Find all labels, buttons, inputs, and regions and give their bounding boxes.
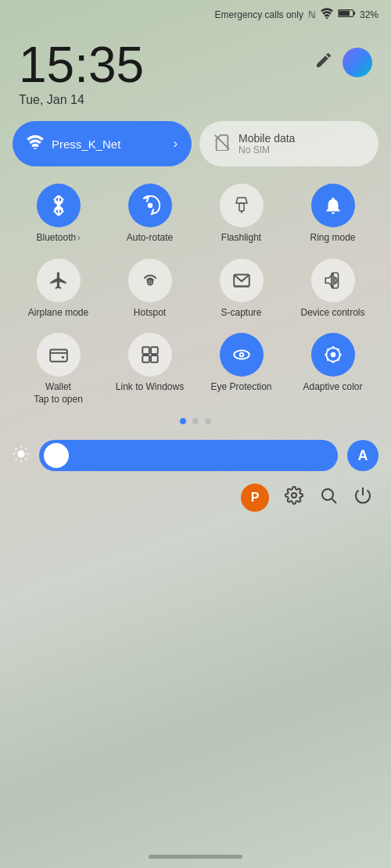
- autorotate-toggle[interactable]: Auto-rotate: [104, 176, 196, 251]
- wifi-status-icon: [321, 8, 333, 21]
- svg-line-29: [327, 349, 328, 351]
- eyeprotection-toggle[interactable]: Eye Protection: [196, 325, 287, 412]
- svg-line-31: [327, 359, 328, 361]
- svg-rect-17: [151, 347, 158, 354]
- clock: 15:35: [19, 40, 144, 90]
- wifi-name: Press_K_Net: [52, 138, 166, 151]
- svg-rect-7: [239, 203, 244, 211]
- search-icon[interactable]: [319, 486, 338, 509]
- svg-line-5: [215, 134, 229, 148]
- autorotate-circle: [128, 184, 172, 227]
- time-section: 15:35 Tue, Jan 14: [0, 24, 391, 115]
- svg-line-44: [332, 499, 337, 504]
- eyeprotection-label: Eye Protection: [210, 381, 271, 394]
- dot-1: [180, 418, 186, 424]
- adaptivecolor-label: Adaptive color: [303, 381, 362, 394]
- svg-point-0: [326, 17, 328, 19]
- autorotate-label: Auto-rotate: [127, 232, 173, 245]
- eyeprotection-circle: [220, 333, 264, 377]
- airplane-toggle[interactable]: Airplane mode: [13, 251, 104, 326]
- brightness-sun-icon: [13, 445, 30, 466]
- brightness-thumb: [44, 443, 69, 468]
- svg-point-10: [149, 280, 151, 283]
- app-icon[interactable]: [343, 48, 372, 77]
- scapture-circle: [220, 259, 264, 302]
- devicecontrols-toggle[interactable]: Device controls: [287, 251, 378, 326]
- brightness-row: A: [0, 440, 391, 471]
- dot-3: [205, 418, 211, 424]
- edit-icon[interactable]: [314, 51, 333, 74]
- linktowindows-toggle[interactable]: Link to Windows: [104, 325, 196, 412]
- airplane-label: Airplane mode: [28, 307, 88, 320]
- settings-icon[interactable]: [285, 486, 303, 509]
- adaptivecolor-circle: [311, 333, 355, 377]
- home-indicator[interactable]: [149, 855, 242, 859]
- svg-point-6: [147, 203, 152, 209]
- scapture-toggle[interactable]: S-capture: [196, 251, 287, 326]
- svg-line-38: [16, 448, 16, 449]
- auto-brightness-button[interactable]: A: [347, 440, 378, 471]
- bluetooth-toggle[interactable]: Bluetooth ›: [13, 176, 104, 251]
- page-dots: [13, 418, 378, 424]
- ringmode-circle: [311, 184, 355, 227]
- adaptivecolor-toggle[interactable]: Adaptive color: [287, 325, 378, 412]
- battery-percent: 32%: [360, 9, 378, 20]
- ringmode-label: Ring mode: [310, 232, 355, 245]
- airplane-circle: [37, 259, 81, 302]
- svg-point-24: [330, 352, 335, 358]
- svg-line-41: [26, 448, 27, 449]
- svg-point-22: [240, 354, 242, 356]
- svg-rect-18: [142, 355, 149, 363]
- svg-rect-3: [339, 11, 350, 16]
- hotspot-toggle[interactable]: Hotspot: [104, 251, 196, 326]
- status-bar: Emergency calls only ℕ 32%: [0, 0, 391, 24]
- svg-rect-2: [353, 12, 355, 15]
- scapture-label: S-capture: [221, 307, 261, 320]
- linktowindows-circle: [128, 333, 172, 377]
- flashlight-circle: [220, 184, 264, 227]
- brightness-slider[interactable]: [39, 440, 338, 471]
- wallet-label: Wallet Tap to open: [34, 381, 83, 405]
- svg-point-43: [322, 489, 333, 500]
- bluetooth-circle: [37, 184, 81, 227]
- devicecontrols-label: Device controls: [300, 307, 364, 320]
- power-icon[interactable]: [353, 486, 372, 509]
- svg-rect-19: [151, 355, 158, 363]
- bottom-bar: P: [0, 484, 391, 512]
- wifi-button[interactable]: Press_K_Net ›: [13, 121, 192, 166]
- dot-2: [192, 418, 199, 424]
- svg-line-30: [337, 349, 339, 351]
- mobile-data-button[interactable]: Mobile data No SIM: [199, 121, 378, 166]
- linktowindows-label: Link to Windows: [116, 381, 184, 394]
- mobile-data-sub: No SIM: [239, 145, 295, 155]
- wifi-arrow: ›: [174, 137, 178, 151]
- svg-point-15: [61, 356, 63, 359]
- bluetooth-label: Bluetooth ›: [36, 232, 80, 245]
- quick-settings-panel: Press_K_Net › Mobile data No SIM Bluetoo…: [0, 115, 391, 440]
- svg-line-39: [26, 459, 27, 459]
- profile-button[interactable]: P: [241, 484, 269, 512]
- battery-icon: [338, 9, 355, 20]
- flashlight-toggle[interactable]: Flashlight: [196, 176, 287, 251]
- mobile-data-title: Mobile data: [239, 132, 295, 145]
- wallet-toggle[interactable]: Wallet Tap to open: [13, 325, 104, 412]
- no-sim-icon: [213, 134, 231, 155]
- svg-line-40: [16, 459, 16, 459]
- signal-icon: ℕ: [308, 9, 316, 20]
- emergency-text: Emergency calls only: [215, 9, 303, 20]
- date: Tue, Jan 14: [19, 93, 144, 107]
- hotspot-circle: [128, 259, 172, 302]
- wallet-circle: [37, 333, 81, 377]
- network-row: Press_K_Net › Mobile data No SIM: [13, 121, 378, 166]
- svg-line-32: [337, 359, 339, 361]
- svg-rect-16: [142, 347, 149, 354]
- toggle-grid: Bluetooth › Auto-rotate Flashlight Ring …: [13, 176, 378, 412]
- devicecontrols-circle: [311, 259, 355, 302]
- svg-point-42: [292, 493, 296, 498]
- flashlight-label: Flashlight: [221, 232, 261, 245]
- svg-rect-14: [50, 350, 67, 362]
- hotspot-label: Hotspot: [134, 307, 166, 320]
- svg-point-4: [34, 148, 37, 149]
- ringmode-toggle[interactable]: Ring mode: [287, 176, 378, 251]
- svg-point-33: [17, 450, 24, 457]
